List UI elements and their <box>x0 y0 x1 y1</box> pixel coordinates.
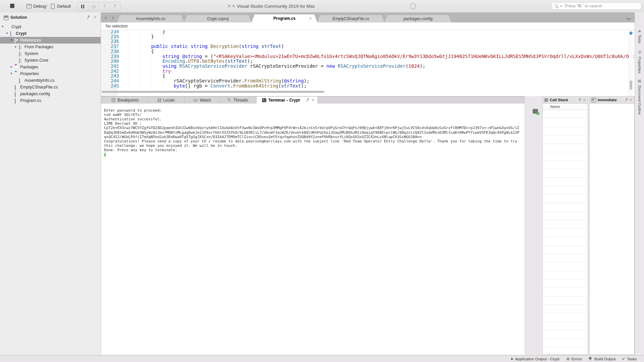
tree-item-crypt[interactable]: ▾Crypt <box>0 23 101 30</box>
code-line-234[interactable]: 234 } <box>101 30 635 34</box>
code-line-243[interactable]: 243 { <box>101 73 635 78</box>
step-into-button[interactable] <box>99 2 110 10</box>
locals-icon <box>158 99 161 102</box>
code-line-235[interactable]: 235 } <box>101 34 635 39</box>
tree-item-assemblyinfo-cs[interactable]: AssemblyInfo.cs <box>0 77 101 84</box>
global-search-field[interactable] <box>552 2 641 10</box>
stop-debug-button[interactable] <box>10 4 14 8</box>
dock-pad-tests[interactable]: Tests <box>635 27 644 44</box>
tree-item-system[interactable]: System <box>0 50 101 57</box>
call-stack-name-column: Name <box>543 104 588 110</box>
call-stack-row <box>543 212 588 220</box>
pin-icon[interactable] <box>87 15 90 19</box>
call-stack-title: Call Stack <box>550 98 568 102</box>
debug-configuration-selector[interactable]: Debug <box>33 4 46 9</box>
vertical-scrollbar-thumb[interactable] <box>630 80 632 90</box>
code-line-236[interactable]: 236 <box>101 39 635 44</box>
package-icon <box>19 51 20 57</box>
tree-item-system-core[interactable]: System.Core <box>0 57 101 64</box>
terminal-icon <box>262 98 266 102</box>
tree-item-program-cs[interactable]: Program.cs <box>0 97 101 104</box>
navigate-forward-button[interactable]: › <box>110 14 116 20</box>
chevron-right-icon[interactable]: ▸ <box>14 45 17 48</box>
code-line-241[interactable]: 241 using RSACryptoServiceProvider rSACr… <box>101 64 635 69</box>
updates-icon[interactable]: ↑ <box>410 3 416 9</box>
bottom-tab-locals[interactable]: Locals <box>148 97 185 104</box>
call-stack-row <box>543 322 588 330</box>
add-terminal-button[interactable] <box>533 109 538 114</box>
dock-pad-document-outline[interactable]: Document Outline <box>635 78 644 115</box>
close-icon[interactable]: ✕ <box>312 98 315 102</box>
pin-icon[interactable] <box>578 98 582 102</box>
navigate-back-button[interactable]: ‹ <box>103 14 108 20</box>
breakpoints-icon <box>111 98 115 102</box>
step-out-button[interactable] <box>110 2 120 10</box>
close-icon[interactable]: ✕ <box>630 98 633 102</box>
call-stack-row <box>543 161 588 169</box>
editor-tab-assemblyinfo-cs[interactable]: AssemblyInfo.cs <box>117 15 184 22</box>
call-stack-row <box>543 305 588 313</box>
status-label: Tasks <box>627 357 637 361</box>
code-text: public static string Decryption(string s… <box>128 44 284 49</box>
search-input[interactable] <box>564 3 636 9</box>
csharp-file-icon <box>19 78 20 83</box>
code-editor[interactable]: 234 }235 }236237 public static string De… <box>101 30 635 96</box>
chevron-down-icon[interactable]: ▾ <box>10 72 13 75</box>
tree-item-label: Properties <box>20 71 39 76</box>
tree-item-crypt[interactable]: ▾Crypt <box>0 30 101 37</box>
status-errors[interactable]: ⊗Errors <box>566 356 582 362</box>
tree-item-properties[interactable]: ▾Properties <box>0 70 101 77</box>
tree-item-emptycsharpfile-cs[interactable]: EmptyCSharpFile.cs <box>0 84 101 90</box>
code-line-240[interactable]: 240 Encoding.UTF8.GetBytes(strText); <box>101 59 635 64</box>
call-stack-row <box>543 339 588 347</box>
threads-icon <box>228 98 231 102</box>
bottom-tab-watch[interactable]: Watch <box>185 97 220 104</box>
tree-item-from-packages[interactable]: ▸From Packages <box>0 44 101 50</box>
pin-icon[interactable] <box>306 98 309 102</box>
terminal-output[interactable]: Enter password to proceed:toO maNY SECrE… <box>101 104 525 355</box>
tree-item-packages-config[interactable]: packages.config <box>0 90 101 97</box>
dock-pad-label: Tests <box>638 35 642 44</box>
code-line-237[interactable]: 237 public static string Decryption(stri… <box>101 44 635 49</box>
build-icon <box>588 357 593 361</box>
chevron-down-icon[interactable]: ▾ <box>10 38 13 42</box>
code-line-239[interactable]: 239 string @string = ("<RSAKeyValue><Mod… <box>101 54 635 59</box>
line-number: 239 <box>101 54 119 59</box>
status-build-output[interactable]: Build Output <box>588 356 615 362</box>
editor-tab-packages-config[interactable]: packages.config <box>384 15 451 22</box>
tasks-icon: ✓ <box>622 357 625 361</box>
code-line-244[interactable]: 244 rSACryptoServiceProvider.FromXmlStri… <box>101 78 635 83</box>
close-icon[interactable]: ✕ <box>94 15 97 19</box>
step-over-button[interactable] <box>88 2 99 10</box>
dock-pad-properties[interactable]: Properties <box>635 49 644 73</box>
bottom-tab-threads[interactable]: Threads <box>220 97 257 104</box>
terminal-cursor <box>104 153 106 157</box>
tree-item-packages[interactable]: ▸Packages <box>0 64 101 70</box>
editor-tab-program-cs[interactable]: Program.cs✕ <box>252 14 317 22</box>
chevron-down-icon[interactable]: ▾ <box>5 32 9 35</box>
editor-tab-crypt-csproj[interactable]: Crypt.csproj <box>184 15 252 22</box>
run-configuration-icon <box>26 4 32 8</box>
terminal-line: Done. Press any key to terminate. <box>104 148 177 152</box>
tab-label: AssemblyInfo.cs <box>136 16 165 21</box>
run-target-selector[interactable]: Default <box>57 4 71 9</box>
status-tasks[interactable]: ✓Tasks <box>622 356 637 362</box>
code-line-245[interactable]: 245 byte[] rgb = Convert.FromBase64Strin… <box>101 83 635 88</box>
code-line-238[interactable]: 238 { <box>101 49 635 54</box>
tab-overflow-button[interactable] <box>626 15 631 20</box>
editor-tab-emptycsharpfile-cs[interactable]: EmptyCSharpFile.cs <box>317 15 384 22</box>
close-icon[interactable]: ✕ <box>583 98 586 102</box>
bottom-tab-terminal-crypt[interactable]: Terminal – Crypt✕ <box>257 97 317 104</box>
tests-icon <box>638 29 641 32</box>
chevron-down-icon[interactable]: ▾ <box>1 25 4 28</box>
code-line-242[interactable]: 242 try <box>101 69 635 74</box>
code-text: rSACryptoServiceProvider.FromXmlString(@… <box>128 78 309 83</box>
close-icon[interactable]: ✕ <box>309 14 312 22</box>
pause-button[interactable] <box>77 2 88 10</box>
bottom-tab-breakpoints[interactable]: Breakpoints <box>103 97 148 104</box>
chevron-right-icon[interactable]: ▸ <box>10 65 13 68</box>
horizontal-scrollbar[interactable] <box>102 91 324 93</box>
status-application-output-crypt[interactable]: Application Output - Crypt <box>511 356 559 362</box>
tree-item-references[interactable]: ▾References <box>0 37 101 44</box>
pin-icon[interactable] <box>625 98 628 102</box>
